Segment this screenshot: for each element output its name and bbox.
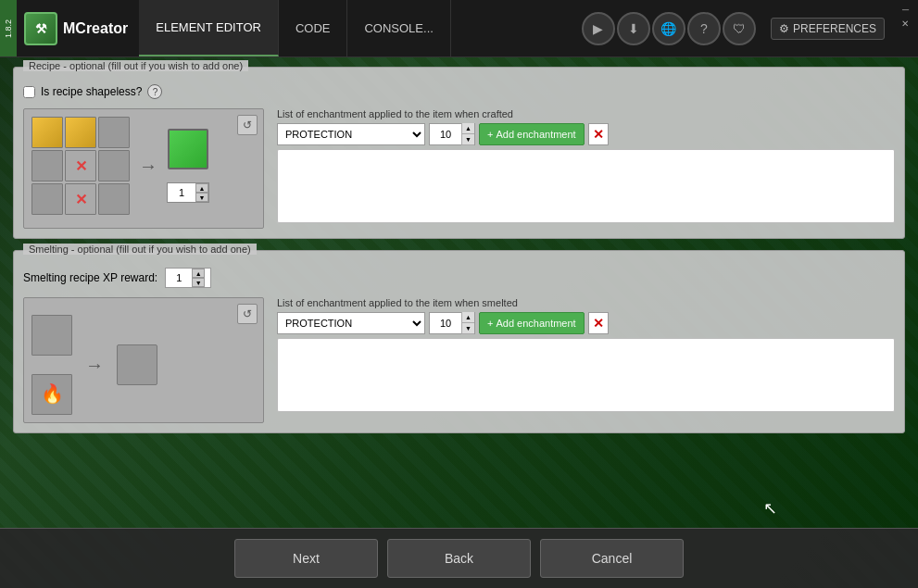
xp-arrows: ▲ ▼: [192, 269, 205, 287]
smelting-input-cell[interactable]: [31, 315, 72, 356]
smelting-enchant-row: PROTECTION 10 ▲ ▼ + Add enchantment: [277, 312, 895, 334]
reset-recipe-button[interactable]: ↺: [237, 115, 258, 135]
grid-cell-1-1[interactable]: ✕: [65, 150, 96, 181]
help-icon[interactable]: ?: [147, 84, 162, 99]
crafting-grid-container: ↺ ✕ ✕: [23, 108, 264, 229]
recipe-add-enchant-button[interactable]: + Add enchantment: [479, 123, 585, 145]
smelting-area: ↺ 🔥 → List o: [23, 297, 895, 423]
recipe-enchant-list: [277, 149, 895, 223]
shapeless-checkbox[interactable]: [23, 86, 35, 98]
bottom-bar: Next Back Cancel: [0, 528, 918, 588]
version-badge: 1.8.2: [0, 0, 17, 56]
nav-code[interactable]: CODE: [279, 0, 348, 56]
arrow-right-icon: →: [139, 156, 157, 177]
grid-cell-0-1[interactable]: [65, 117, 96, 148]
smelting-section-inner: Smelting recipe XP reward: ▲ ▼ ↺: [23, 268, 895, 423]
nav-console[interactable]: CONSOLE...: [347, 0, 450, 56]
count-arrows: ▲ ▼: [195, 183, 208, 202]
recipe-section-title: Recipe - optional (fill out if you wish …: [23, 60, 248, 71]
smelting-arrow-icon: →: [85, 355, 104, 376]
count-up-button[interactable]: ▲: [195, 183, 208, 193]
recipe-enchant-level-down[interactable]: ▼: [461, 134, 474, 145]
shield-icon[interactable]: 🛡: [723, 12, 756, 45]
download-icon[interactable]: ⬇: [617, 12, 650, 45]
app-name: MCreator: [63, 20, 128, 37]
back-button[interactable]: Back: [387, 539, 531, 578]
smelting-layout: 🔥 →: [31, 315, 256, 415]
titlebar: 1.8.2 ⚒ MCreator ELEMENT EDITOR CODE CON…: [0, 0, 918, 57]
recipe-remove-enchant-button[interactable]: ✕: [588, 123, 609, 145]
recipe-enchant-row: PROTECTION 10 ▲ ▼ + Add enchantment: [277, 123, 895, 145]
count-box: ▲ ▼: [167, 182, 209, 203]
smelting-enchant-level-down[interactable]: ▼: [461, 323, 474, 334]
recipe-enchant-section: List of enchantment applied to the item …: [277, 108, 895, 223]
xp-value-field[interactable]: [166, 269, 192, 287]
recipe-output-cell[interactable]: [168, 129, 208, 169]
cancel-button[interactable]: Cancel: [540, 539, 684, 578]
help-icon[interactable]: ?: [687, 12, 721, 45]
xp-reward-label: Smelting recipe XP reward:: [23, 271, 157, 284]
smelting-section-title: Smelting - optional (fill out if you wis…: [23, 244, 257, 255]
fire-icon: 🔥: [32, 382, 71, 405]
titlebar-nav: ELEMENT EDITOR CODE CONSOLE...: [139, 0, 451, 56]
recipe-enchant-level-value: 10: [430, 129, 461, 140]
smelting-add-enchant-button[interactable]: + Add enchantment: [479, 312, 585, 334]
xp-down-button[interactable]: ▼: [192, 278, 205, 287]
grid-cell-2-1[interactable]: ✕: [65, 183, 96, 215]
shapeless-row: Is recipe shapeless? ?: [23, 84, 895, 99]
smelting-enchant-level-value: 10: [430, 318, 461, 329]
preferences-button[interactable]: ⚙ PREFERENCES: [771, 18, 885, 40]
crafting-grid: ✕ ✕: [31, 117, 130, 215]
crafting-layout: ✕ ✕ →: [31, 117, 256, 215]
grid-cell-1-2[interactable]: [98, 150, 130, 181]
smelting-enchant-list: [277, 338, 895, 412]
count-down-button[interactable]: ▼: [195, 193, 208, 202]
titlebar-right: ⚙ PREFERENCES: [763, 0, 892, 56]
smelting-enchant-level-arrows: ▲ ▼: [461, 312, 474, 334]
plus-icon: +: [487, 129, 493, 140]
close-button[interactable]: ✕: [898, 18, 912, 30]
xp-up-button[interactable]: ▲: [192, 269, 205, 278]
output-count-field[interactable]: [168, 183, 195, 202]
smelting-grid-container: ↺ 🔥 →: [23, 297, 264, 423]
smelting-enchant-section: List of enchantment applied to the item …: [277, 297, 895, 412]
recipe-enchant-level-up[interactable]: ▲: [461, 123, 474, 134]
recipe-area: ↺ ✕ ✕: [23, 108, 895, 229]
shapeless-label: Is recipe shapeless?: [41, 85, 142, 98]
recipe-enchant-select[interactable]: PROTECTION: [277, 123, 425, 145]
recipe-enchant-level-arrows: ▲ ▼: [461, 123, 474, 145]
smelting-add-enchant-label: Add enchantment: [496, 318, 575, 329]
grid-cell-2-2[interactable]: [98, 183, 130, 215]
add-enchant-label: Add enchantment: [496, 129, 575, 140]
logo-icon: ⚒: [24, 12, 57, 45]
reset-smelting-button[interactable]: ↺: [237, 304, 258, 324]
main-content: Recipe - optional (fill out if you wish …: [0, 57, 918, 588]
minimize-button[interactable]: ─: [899, 4, 912, 16]
play-icon[interactable]: ▶: [582, 12, 615, 45]
smelting-input-column: 🔥: [31, 315, 72, 415]
preferences-label: PREFERENCES: [793, 22, 876, 35]
smelting-enchant-select[interactable]: PROTECTION: [277, 312, 425, 334]
nav-element-editor[interactable]: ELEMENT EDITOR: [139, 0, 279, 56]
smelting-output-cell[interactable]: [117, 344, 157, 385]
grid-cell-1-0[interactable]: [31, 150, 63, 181]
smelting-remove-enchant-button[interactable]: ✕: [588, 312, 609, 334]
smelting-enchant-level: 10 ▲ ▼: [429, 312, 475, 334]
recipe-section-inner: Is recipe shapeless? ? ↺: [23, 84, 895, 229]
grid-cell-0-0[interactable]: [31, 117, 63, 148]
gear-icon: ⚙: [779, 22, 789, 35]
grid-cell-2-0[interactable]: [31, 183, 63, 215]
globe-icon[interactable]: 🌐: [652, 12, 685, 45]
recipe-section: Recipe - optional (fill out if you wish …: [13, 67, 905, 239]
recipe-enchant-level: 10 ▲ ▼: [429, 123, 475, 145]
smelting-xp-row: Smelting recipe XP reward: ▲ ▼: [23, 268, 895, 288]
smelting-section: Smelting - optional (fill out if you wis…: [13, 250, 905, 433]
recipe-enchant-label: List of enchantment applied to the item …: [277, 108, 895, 119]
grid-cell-0-2[interactable]: [98, 117, 130, 148]
smelting-fuel-cell[interactable]: 🔥: [31, 374, 72, 415]
smelting-enchant-label: List of enchantment applied to the item …: [277, 297, 895, 308]
smelting-enchant-level-up[interactable]: ▲: [461, 312, 474, 323]
app-logo: ⚒ MCreator: [17, 0, 135, 56]
next-button[interactable]: Next: [234, 539, 378, 578]
smelting-plus-icon: +: [487, 318, 493, 329]
